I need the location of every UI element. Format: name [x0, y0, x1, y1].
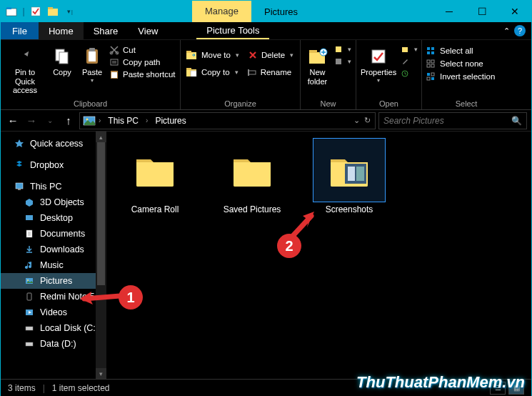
qat-properties-icon[interactable]: [28, 4, 44, 19]
breadcrumb-this-pc[interactable]: This PC: [104, 116, 143, 126]
history-button[interactable]: [401, 69, 418, 78]
search-input[interactable]: [383, 116, 511, 126]
sidebar-quick-access[interactable]: Quick access: [1, 136, 106, 152]
svg-rect-9: [89, 48, 95, 51]
help-icon[interactable]: ?: [514, 25, 526, 36]
nav-back-button[interactable]: ←: [5, 113, 21, 129]
status-item-count: 3 items: [8, 383, 36, 393]
content-pane[interactable]: Camera Roll Saved Pictures Screenshots: [106, 132, 531, 379]
svg-rect-56: [356, 167, 364, 181]
sidebar-item-videos[interactable]: Videos: [1, 305, 106, 320]
address-dropdown-icon[interactable]: ⌄: [353, 116, 360, 125]
svg-rect-21: [248, 69, 249, 76]
sidebar-item-data-d[interactable]: Data (D:): [1, 336, 106, 352]
search-icon[interactable]: 🔍: [511, 116, 522, 126]
tab-home[interactable]: Home: [39, 22, 84, 39]
sidebar-item-music[interactable]: Music: [1, 257, 106, 273]
scroll-thumb[interactable]: [97, 142, 105, 285]
sidebar-item-redmi[interactable]: Redmi Note 5: [1, 289, 106, 305]
scroll-down-icon[interactable]: ▾: [96, 368, 106, 379]
folder-screenshots[interactable]: Screenshots: [311, 139, 388, 214]
ribbon: Pin to Quick access Copy Paste ▾ Cut Cop…: [1, 40, 531, 110]
sidebar-item-pictures[interactable]: Pictures: [1, 273, 106, 289]
select-none-button[interactable]: Select none: [426, 59, 495, 68]
status-separator: |: [43, 383, 45, 393]
cut-button[interactable]: Cut: [109, 45, 176, 55]
sidebar-item-3d-objects[interactable]: 3D Objects: [1, 194, 106, 210]
svg-rect-23: [309, 50, 317, 53]
nav-forward-button[interactable]: →: [24, 113, 39, 129]
sidebar-item-downloads[interactable]: Downloads: [1, 242, 106, 257]
folder-label: Saved Pictures: [224, 204, 281, 214]
new-item-button[interactable]: ▾: [334, 45, 351, 54]
svg-rect-0: [6, 9, 16, 16]
pin-to-quick-access-button[interactable]: Pin to Quick access: [5, 42, 45, 95]
view-details-button[interactable]: ☰: [490, 382, 506, 395]
copy-to-button[interactable]: Copy to▾: [185, 66, 239, 78]
svg-rect-15: [186, 52, 196, 59]
copy-button[interactable]: Copy: [49, 42, 75, 77]
group-label-new: New: [305, 98, 351, 109]
group-label-select: Select: [426, 98, 506, 109]
svg-rect-26: [336, 59, 341, 64]
sidebar-scrollbar[interactable]: ▴ ▾: [96, 132, 106, 379]
move-to-button[interactable]: Move to▾: [185, 49, 239, 61]
address-bar[interactable]: › This PC › Pictures ⌄ ↻: [79, 112, 376, 129]
properties-button[interactable]: Properties ▾: [361, 42, 396, 84]
status-selection-count: 1 item selected: [52, 383, 110, 393]
tab-share[interactable]: Share: [84, 22, 129, 39]
contextual-tab-manage[interactable]: Manage: [192, 1, 251, 22]
delete-button[interactable]: Delete▾: [248, 49, 293, 61]
svg-rect-4: [48, 7, 53, 9]
svg-rect-50: [27, 293, 31, 300]
breadcrumb-pictures[interactable]: Pictures: [151, 116, 190, 126]
sidebar-item-desktop[interactable]: Desktop: [1, 210, 106, 226]
folder-label: Camera Roll: [131, 204, 179, 214]
svg-rect-6: [59, 52, 68, 64]
window-close[interactable]: ✕: [498, 1, 531, 22]
edit-button[interactable]: [401, 57, 418, 66]
select-all-button[interactable]: Select all: [426, 46, 495, 55]
nav-recent-dropdown[interactable]: ⌄: [42, 113, 58, 129]
open-button[interactable]: ▾: [401, 45, 418, 54]
scroll-up-icon[interactable]: ▴: [96, 132, 106, 142]
easy-access-button[interactable]: ▾: [334, 57, 351, 66]
new-folder-button[interactable]: New folder: [305, 42, 330, 86]
svg-rect-1: [6, 7, 11, 9]
refresh-icon[interactable]: ↻: [364, 116, 371, 125]
ribbon-collapse-icon[interactable]: ⌃: [503, 26, 510, 36]
sidebar-this-pc[interactable]: This PC: [1, 179, 106, 194]
svg-rect-25: [336, 46, 341, 52]
paste-button[interactable]: Paste ▾: [79, 42, 105, 84]
qat-newfolder-icon[interactable]: [45, 4, 61, 19]
ribbon-tabs: File Home Share View Picture Tools ⌃ ?: [1, 22, 531, 40]
folder-saved-pictures[interactable]: Saved Pictures: [214, 139, 291, 214]
paste-shortcut-button[interactable]: Paste shortcut: [109, 69, 176, 79]
qat-explorer-icon[interactable]: [4, 4, 19, 19]
view-thumbnails-button[interactable]: ▦: [508, 382, 524, 395]
nav-up-button[interactable]: ↑: [61, 113, 76, 129]
tab-view[interactable]: View: [128, 22, 168, 39]
svg-rect-37: [431, 64, 434, 67]
folder-camera-roll[interactable]: Camera Roll: [116, 139, 194, 214]
window-title: Pictures: [264, 6, 298, 17]
invert-selection-button[interactable]: Invert selection: [426, 72, 495, 81]
tab-picture-tools[interactable]: Picture Tools: [196, 22, 269, 39]
svg-rect-16: [186, 51, 191, 53]
svg-rect-34: [427, 60, 430, 63]
sidebar-dropbox[interactable]: Dropbox: [1, 157, 106, 173]
title-bar: | ▾| Manage Pictures ─ ☐ ✕: [1, 1, 531, 22]
svg-rect-31: [431, 47, 434, 50]
sidebar-item-documents[interactable]: Documents: [1, 226, 106, 242]
tab-file[interactable]: File: [1, 22, 39, 39]
copy-path-button[interactable]: Copy path: [109, 57, 176, 67]
search-box[interactable]: 🔍: [378, 112, 527, 129]
sidebar-item-local-disk-c[interactable]: Local Disk (C:): [1, 320, 106, 336]
group-label-clipboard: Clipboard: [5, 98, 176, 109]
status-bar: 3 items | 1 item selected ☰ ▦: [1, 379, 531, 396]
qat-customize-dropdown[interactable]: ▾|: [62, 4, 78, 19]
svg-rect-19: [191, 71, 196, 76]
window-maximize[interactable]: ☐: [466, 1, 498, 22]
rename-button[interactable]: Rename: [247, 66, 291, 78]
window-minimize[interactable]: ─: [433, 1, 466, 22]
